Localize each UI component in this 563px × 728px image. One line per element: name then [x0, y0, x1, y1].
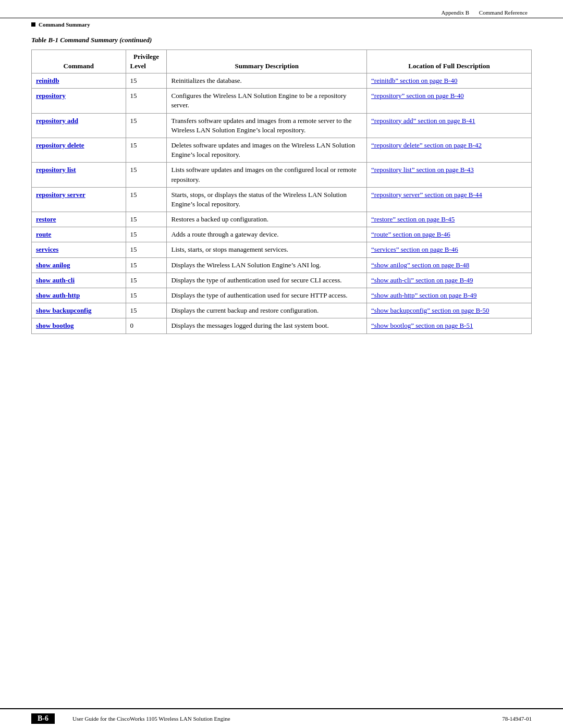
cmd-cell[interactable]: repository server [32, 187, 126, 212]
table-row: repository add15Transfers software updat… [32, 113, 532, 138]
location-cell[interactable]: “show auth-http” section on page B-49 [367, 288, 532, 303]
location-cell[interactable]: “repository add” section on page B-41 [367, 113, 532, 138]
privilege-cell: 15 [126, 303, 167, 318]
summary-cell: Deletes software updates and images on t… [167, 138, 367, 162]
table-row: repository server15Starts, stops, or dis… [32, 187, 532, 212]
table-row: restore15Restores a backed up configurat… [32, 212, 532, 227]
page-container: Appendix B Command Reference Command Sum… [0, 0, 563, 728]
location-link[interactable]: “restore” section on page B-45 [371, 215, 455, 223]
location-cell[interactable]: “repository delete” section on page B-42 [367, 138, 532, 162]
cmd-cell[interactable]: show backupconfig [32, 303, 126, 318]
location-link[interactable]: “show auth-cli” section on page B-49 [371, 276, 473, 284]
cmd-cell[interactable]: repository [32, 89, 126, 113]
cmd-cell[interactable]: show auth-http [32, 288, 126, 303]
table-row: services15Lists, starts, or stops manage… [32, 242, 532, 257]
location-cell[interactable]: “services” section on page B-46 [367, 242, 532, 257]
section-square-icon [31, 22, 35, 27]
table-row: route15Adds a route through a gateway de… [32, 227, 532, 242]
summary-cell: Lists software updates and images on the… [167, 163, 367, 187]
location-cell[interactable]: “route” section on page B-46 [367, 227, 532, 242]
cmd-cell[interactable]: restore [32, 212, 126, 227]
cmd-link[interactable]: repository server [36, 191, 85, 199]
cmd-link[interactable]: show anilog [36, 261, 70, 269]
cmd-link[interactable]: show auth-cli [36, 276, 75, 284]
table-row: show auth-cli15Displays the type of auth… [32, 273, 532, 288]
cmd-link[interactable]: show auth-http [36, 291, 80, 299]
page-footer: B-6 User Guide for the CiscoWorks 1105 W… [0, 708, 563, 728]
location-cell[interactable]: “show anilog” section on page B-48 [367, 257, 532, 273]
privilege-cell: 15 [126, 288, 167, 303]
cmd-cell[interactable]: show bootlog [32, 318, 126, 334]
cmd-cell[interactable]: repository delete [32, 138, 126, 162]
cmd-cell[interactable]: show anilog [32, 257, 126, 273]
cmd-cell[interactable]: repository list [32, 163, 126, 187]
summary-cell: Restores a backed up configuration. [167, 212, 367, 227]
command-table: Command Privilege Summary Description Lo… [31, 50, 532, 334]
location-cell[interactable]: “restore” section on page B-45 [367, 212, 532, 227]
cmd-link[interactable]: repository delete [36, 141, 84, 149]
location-cell[interactable]: “repository list” section on page B-43 [367, 163, 532, 187]
cmd-cell[interactable]: services [32, 242, 126, 257]
location-link[interactable]: “repository add” section on page B-41 [371, 117, 475, 125]
privilege-cell: 15 [126, 187, 167, 212]
cmd-link[interactable]: services [36, 245, 58, 253]
privilege-cell: 15 [126, 89, 167, 113]
table-row: show anilog15Displays the Wireless LAN S… [32, 257, 532, 273]
location-cell[interactable]: “show auth-cli” section on page B-49 [367, 273, 532, 288]
header-appendix: Appendix B Command Reference [437, 9, 532, 16]
cmd-link[interactable]: repository list [36, 166, 76, 174]
location-link[interactable]: “repository server” section on page B-44 [371, 191, 482, 199]
location-link[interactable]: “services” section on page B-46 [371, 245, 458, 253]
cmd-link[interactable]: restore [36, 215, 56, 223]
table-row: reinitdb15Reinitializes the database.“re… [32, 73, 532, 89]
summary-cell: Configures the Wireless LAN Solution Eng… [167, 89, 367, 113]
cmd-link[interactable]: repository add [36, 117, 78, 125]
privilege-cell: 15 [126, 113, 167, 138]
cmd-cell[interactable]: show auth-cli [32, 273, 126, 288]
page-badge: B-6 [31, 713, 55, 724]
location-link[interactable]: “repository” section on page B-40 [371, 92, 464, 100]
location-link[interactable]: “reinitdb” section on page B-40 [371, 77, 457, 84]
cmd-link[interactable]: show backupconfig [36, 306, 92, 314]
table-row: show auth-http15Displays the type of aut… [32, 288, 532, 303]
privilege-cell: 15 [126, 273, 167, 288]
privilege-cell: 15 [126, 212, 167, 227]
location-cell[interactable]: “repository” section on page B-40 [367, 89, 532, 113]
cmd-link[interactable]: route [36, 230, 51, 238]
table-row: repository delete15Deletes software upda… [32, 138, 532, 162]
summary-cell: Displays the type of authentication used… [167, 288, 367, 303]
location-cell[interactable]: “reinitdb” section on page B-40 [367, 73, 532, 89]
summary-cell: Starts, stops, or displays the status of… [167, 187, 367, 212]
location-cell[interactable]: “show backupconfig” section on page B-50 [367, 303, 532, 318]
location-cell[interactable]: “show bootlog” section on page B-51 [367, 318, 532, 334]
cmd-link[interactable]: reinitdb [36, 77, 59, 84]
cmd-cell[interactable]: reinitdb [32, 73, 126, 89]
col-header-privilege-top: Privilege [126, 50, 167, 63]
footer-right-text: 78-14947-01 [502, 715, 532, 722]
location-link[interactable]: “route” section on page B-46 [371, 230, 450, 238]
location-link[interactable]: “show auth-http” section on page B-49 [371, 291, 477, 299]
location-link[interactable]: “show bootlog” section on page B-51 [371, 322, 473, 329]
location-link[interactable]: “show anilog” section on page B-48 [371, 261, 469, 269]
table-row: show bootlog0Displays the messages logge… [32, 318, 532, 334]
col-header-command: Command [32, 50, 126, 73]
location-link[interactable]: “repository delete” section on page B-42 [371, 141, 482, 149]
section-label: Command Summary [0, 18, 563, 31]
summary-cell: Displays the Wireless LAN Solution Engin… [167, 257, 367, 273]
location-link[interactable]: “repository list” section on page B-43 [371, 166, 474, 174]
privilege-cell: 0 [126, 318, 167, 334]
privilege-cell: 15 [126, 73, 167, 89]
cmd-link[interactable]: repository [36, 92, 66, 100]
summary-cell: Adds a route through a gateway device. [167, 227, 367, 242]
location-link[interactable]: “show backupconfig” section on page B-50 [371, 306, 489, 314]
cmd-link[interactable]: show bootlog [36, 322, 74, 329]
privilege-cell: 15 [126, 242, 167, 257]
col-header-location: Location of Full Description [367, 50, 532, 73]
table-row: repository15Configures the Wireless LAN … [32, 89, 532, 113]
cmd-cell[interactable]: repository add [32, 113, 126, 138]
privilege-cell: 15 [126, 138, 167, 162]
cmd-cell[interactable]: route [32, 227, 126, 242]
location-cell[interactable]: “repository server” section on page B-44 [367, 187, 532, 212]
privilege-cell: 15 [126, 257, 167, 273]
top-header: Appendix B Command Reference [0, 0, 563, 18]
